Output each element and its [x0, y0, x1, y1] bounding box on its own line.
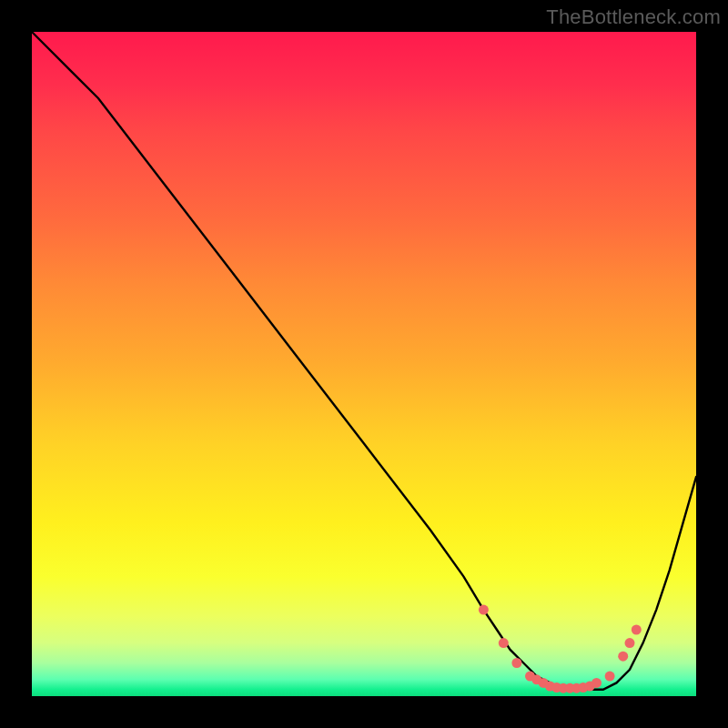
highlight-point	[618, 652, 628, 662]
highlight-point	[605, 672, 615, 682]
watermark-text: TheBottleneck.com	[546, 5, 721, 29]
chart-frame: TheBottleneck.com	[0, 0, 728, 728]
highlight-point	[479, 605, 489, 615]
highlight-point	[592, 678, 602, 688]
highlight-point	[625, 638, 635, 648]
highlight-point	[511, 658, 521, 668]
plot-area	[32, 32, 696, 696]
highlight-point	[632, 625, 642, 635]
highlight-point	[499, 638, 509, 648]
highlight-points	[479, 605, 642, 693]
chart-svg	[32, 32, 696, 696]
bottleneck-curve	[32, 32, 696, 690]
